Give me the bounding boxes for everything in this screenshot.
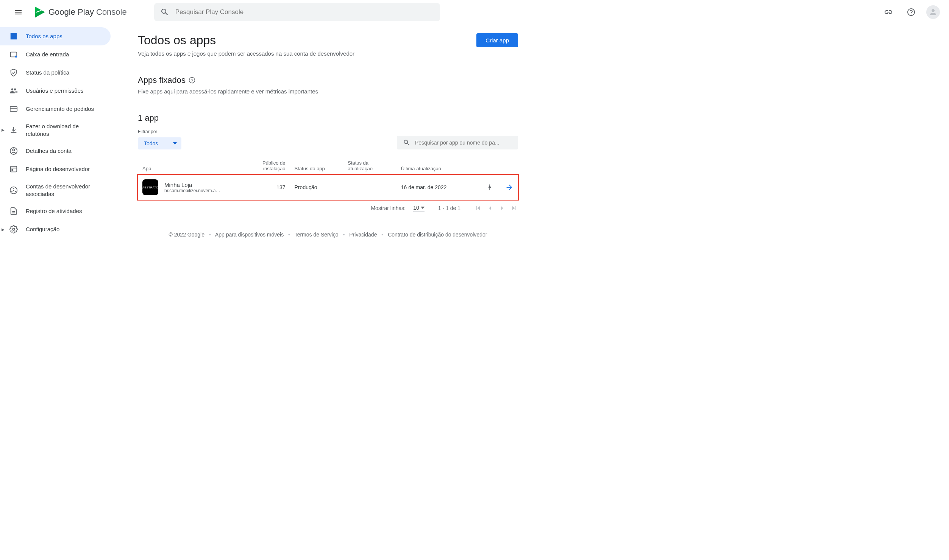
chevron-left-icon [486,204,494,212]
help-icon [907,8,916,17]
sidebar-item-label: Contas de desenvolvedor associadas [26,183,101,198]
filter-value: Todos [144,140,158,146]
account-avatar[interactable] [926,5,940,19]
dropdown-arrow-icon [421,207,425,209]
page-subtitle: Veja todos os apps e jogos que podem ser… [138,50,354,57]
svg-rect-4 [10,107,17,112]
page-header: Todos os apps Veja todos os apps e jogos… [138,33,518,66]
inbox-icon [9,50,18,59]
col-update-status: Status da atualização [343,157,396,175]
play-logo-icon [33,6,45,18]
first-page-button[interactable] [474,204,482,212]
header-actions [881,5,940,20]
svg-point-15 [13,190,14,191]
help-outline-icon[interactable]: ? [189,77,195,84]
filter-dropdown[interactable]: Todos [138,137,181,149]
app-icon: ABSTRATO [142,179,158,195]
sidebar-item-label: Fazer o download de relatórios [26,123,101,137]
open-app-button[interactable] [505,183,514,191]
prev-page-button[interactable] [486,204,494,212]
sidebar-item-users[interactable]: Usuários e permissões [0,82,111,100]
last-page-button[interactable] [510,204,518,212]
copyright: © 2022 Google [169,232,204,238]
sidebar-item-label: Caixa de entrada [26,51,72,58]
logo-text: Google Play Console [48,7,127,17]
sidebar: Todos os apps Caixa de entrada Status da… [0,24,114,247]
sidebar-item-label: Configuração [26,226,62,233]
sidebar-item-orders[interactable]: Gerenciamento de pedidos [0,100,111,118]
connected-icon [9,186,18,195]
sidebar-item-label: Registro de atividades [26,207,85,215]
footer-link[interactable]: App para dispositivos móveis [215,232,284,238]
svg-rect-10 [12,169,14,171]
col-installs: Público de instalação [244,157,290,175]
link-button[interactable] [881,5,896,20]
card-icon [9,104,18,114]
sidebar-item-all-apps[interactable]: Todos os apps [0,27,111,45]
svg-point-7 [12,149,15,151]
col-last-update: Última atualização [396,157,465,175]
svg-point-12 [13,188,14,189]
gear-icon [9,225,18,234]
pin-icon [486,184,493,191]
footer-link[interactable]: Termos de Serviço [295,232,339,238]
sidebar-item-associated-accounts[interactable]: Contas de desenvolvedor associadas [0,178,111,202]
page-title: Todos os apps [138,33,354,47]
search-bar[interactable] [154,3,440,21]
svg-text:?: ? [191,78,193,82]
table-search[interactable] [397,136,518,149]
pin-button[interactable] [486,184,493,191]
shield-icon [9,68,18,77]
section-description: Fixe apps aqui para acessá-los rapidamen… [138,88,518,95]
arrow-right-icon [505,183,514,191]
cell-last-update: 16 de mar. de 2022 [396,175,465,200]
sidebar-item-settings[interactable]: ▶ Configuração [0,220,111,238]
apps-grid-icon [9,32,18,41]
apps-count-title: 1 app [138,113,518,123]
sidebar-item-inbox[interactable]: Caixa de entrada [0,45,111,64]
sidebar-item-activity-log[interactable]: Registro de atividades [0,202,111,220]
page-icon [9,165,18,174]
sidebar-item-download-reports[interactable]: ▶ Fazer o download de relatórios [0,118,111,142]
svg-rect-8 [11,166,17,172]
sidebar-item-label: Usuários e permissões [26,87,87,95]
create-app-button[interactable]: Criar app [476,33,518,47]
last-page-icon [510,204,518,212]
table-row[interactable]: ABSTRATO Minha Loja br.com.mobilizei.nuv… [138,175,518,200]
rows-per-page-select[interactable]: 10 [413,205,425,212]
footer-link[interactable]: Contrato de distribuição do desenvolvedo… [388,232,487,238]
sidebar-item-account-details[interactable]: Detalhes da conta [0,142,111,160]
svg-point-13 [11,191,12,192]
users-icon [9,86,18,95]
sidebar-item-policy-status[interactable]: Status da política [0,64,111,82]
pagination: Mostrar linhas: 10 1 - 1 de 1 [138,200,518,216]
dropdown-arrow-icon [173,142,177,145]
sidebar-item-label: Status da política [26,69,72,76]
cell-update-status [343,175,396,200]
table-search-input[interactable] [415,140,512,146]
svg-point-18 [12,228,15,230]
cell-installs: 137 [244,175,290,200]
hamburger-menu-button[interactable] [9,3,27,21]
document-icon [9,207,18,216]
search-input[interactable] [175,8,434,16]
svg-point-14 [15,191,16,192]
section-title: Apps fixados ? [138,75,518,85]
sidebar-item-dev-page[interactable]: Página do desenvolvedor [0,160,111,178]
first-page-icon [474,204,482,212]
search-icon [403,139,411,146]
apps-table: App Público de instalação Status do app … [138,157,518,175]
footer-link[interactable]: Privacidade [349,232,377,238]
next-page-button[interactable] [498,204,506,212]
menu-icon [14,8,23,17]
svg-point-1 [15,56,17,58]
cell-app-status: Produção [290,175,343,200]
apps-list-section: 1 app Filtrar por Todos [138,104,518,216]
logo[interactable]: Google Play Console [33,6,127,18]
help-button[interactable] [904,5,919,20]
sidebar-item-label: Página do desenvolvedor [26,165,93,173]
filter-label: Filtrar por [138,129,181,134]
account-icon [9,146,18,156]
col-app: App [138,157,244,175]
highlighted-row-annotation: ABSTRATO Minha Loja br.com.mobilizei.nuv… [137,174,519,201]
